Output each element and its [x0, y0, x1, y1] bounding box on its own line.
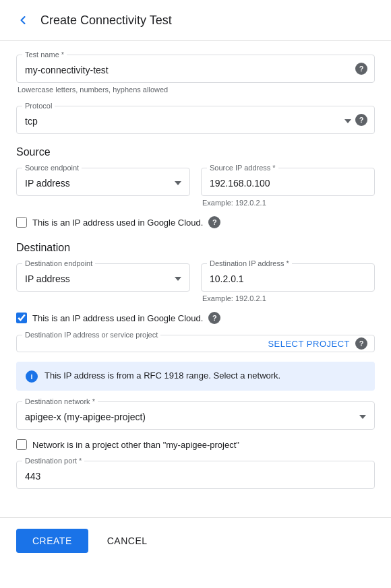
form-body: Test name * ? Lowercase letters, numbers… [0, 41, 391, 515]
test-name-input-container: Test name * ? [16, 55, 375, 83]
destination-network-select-container: Destination network * apigee-x (my-apige… [16, 401, 375, 430]
destination-port-input[interactable] [17, 461, 374, 488]
destination-network-field-group: Destination network * apigee-x (my-apige… [16, 401, 375, 430]
test-name-help-icon[interactable]: ? [355, 63, 367, 75]
footer-buttons: CREATE CANCEL [0, 517, 391, 564]
destination-google-cloud-checkbox[interactable] [16, 313, 27, 323]
source-endpoint-field-group: Source endpoint IP address VM instance G… [16, 168, 190, 207]
network-other-project-row: Network is in a project other than "my-a… [16, 439, 375, 450]
destination-service-project-label: Destination IP address or service projec… [22, 331, 160, 339]
source-two-col: Source endpoint IP address VM instance G… [16, 168, 375, 207]
cancel-button[interactable]: CANCEL [94, 529, 161, 553]
select-project-help-icon[interactable]: ? [355, 337, 367, 350]
source-endpoint-select[interactable]: IP address VM instance GKE pod Cloud SQL… [17, 168, 189, 195]
back-button[interactable] [13, 11, 32, 30]
protocol-field-group: Protocol tcp udp icmp ? [16, 106, 375, 134]
test-name-hint: Lowercase letters, numbers, hyphens allo… [16, 86, 375, 94]
test-name-input[interactable] [17, 55, 374, 82]
source-ip-input[interactable] [202, 168, 374, 195]
network-other-project-label[interactable]: Network is in a project other than "my-a… [32, 440, 239, 450]
source-section-title: Source [16, 146, 375, 158]
destination-service-project-field-group: Destination IP address or service projec… [16, 335, 375, 352]
destination-port-label: Destination port * [22, 457, 84, 465]
destination-google-cloud-label[interactable]: This is an IP address used in Google Clo… [32, 313, 203, 323]
source-ip-example: Example: 192.0.2.1 [201, 199, 375, 207]
protocol-label: Protocol [22, 102, 55, 110]
page-title: Create Connectivity Test [40, 13, 172, 28]
destination-endpoint-label: Destination endpoint [22, 259, 95, 267]
page-wrapper: Create Connectivity Test Test name * ? L… [0, 0, 391, 564]
source-google-cloud-row: This is an IP address used in Google Clo… [16, 216, 375, 228]
source-endpoint-select-container: Source endpoint IP address VM instance G… [16, 168, 190, 196]
info-icon: i [26, 370, 38, 383]
destination-endpoint-field-group: Destination endpoint IP address VM insta… [16, 263, 190, 302]
destination-ip-input[interactable] [202, 264, 374, 291]
destination-service-project-container: Destination IP address or service projec… [16, 335, 375, 352]
destination-port-input-container: Destination port * [16, 461, 375, 489]
test-name-label: Test name * [22, 51, 67, 59]
network-other-project-checkbox[interactable] [16, 439, 27, 450]
create-button[interactable]: CREATE [16, 529, 88, 553]
header: Create Connectivity Test [0, 0, 391, 41]
source-google-cloud-label[interactable]: This is an IP address used in Google Clo… [32, 218, 203, 228]
source-google-cloud-help-icon[interactable]: ? [208, 216, 220, 228]
destination-google-cloud-help-icon[interactable]: ? [208, 312, 220, 324]
destination-ip-example: Example: 192.0.2.1 [201, 294, 375, 302]
protocol-select[interactable]: tcp udp icmp [17, 106, 374, 133]
test-name-field-group: Test name * ? Lowercase letters, numbers… [16, 55, 375, 94]
destination-network-label: Destination network * [22, 397, 98, 405]
destination-ip-field-group: Destination IP address * Example: 192.0.… [201, 263, 375, 302]
source-endpoint-label: Source endpoint [22, 164, 82, 172]
source-ip-field-group: Source IP address * Example: 192.0.2.1 [201, 168, 375, 207]
destination-ip-input-container: Destination IP address * [201, 263, 375, 292]
info-box: i This IP address is from a RFC 1918 ran… [16, 362, 375, 391]
destination-section: Destination Destination endpoint IP addr… [16, 242, 375, 489]
destination-endpoint-select-container: Destination endpoint IP address VM insta… [16, 263, 190, 292]
protocol-help-icon[interactable]: ? [355, 114, 367, 126]
source-ip-input-container: Source IP address * [201, 168, 375, 196]
info-message: This IP address is from a RFC 1918 range… [44, 370, 280, 382]
destination-ip-label: Destination IP address * [207, 259, 292, 267]
select-project-button[interactable]: SELECT PROJECT [268, 339, 350, 349]
destination-two-col: Destination endpoint IP address VM insta… [16, 263, 375, 302]
source-ip-label: Source IP address * [207, 164, 278, 172]
destination-endpoint-select[interactable]: IP address VM instance GKE pod Cloud SQL… [17, 264, 189, 291]
source-google-cloud-checkbox[interactable] [16, 217, 27, 228]
destination-google-cloud-row: This is an IP address used in Google Clo… [16, 312, 375, 324]
source-section: Source Source endpoint IP address VM ins… [16, 146, 375, 228]
protocol-select-container: Protocol tcp udp icmp ? [16, 106, 375, 134]
destination-section-title: Destination [16, 242, 375, 254]
destination-network-select[interactable]: apigee-x (my-apigee-project) default [17, 402, 374, 429]
destination-port-field-group: Destination port * [16, 461, 375, 489]
